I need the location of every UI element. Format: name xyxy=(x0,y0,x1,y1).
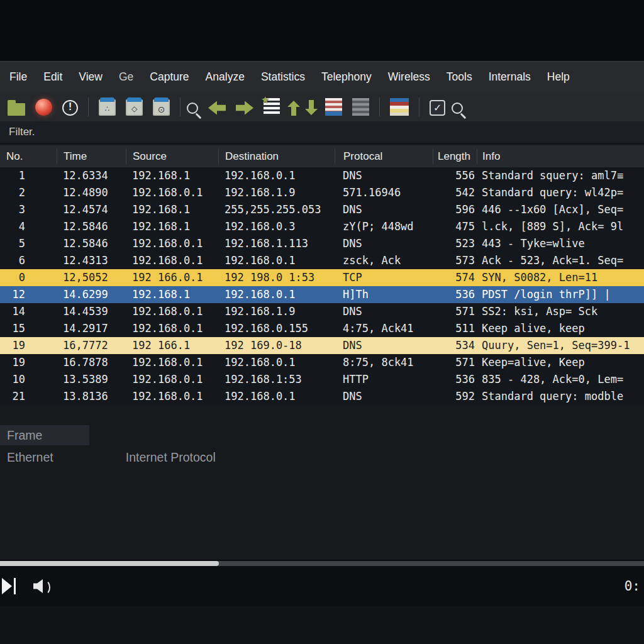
cell-length: 556 xyxy=(433,167,477,184)
table-row[interactable]: 5 12.5846 192.168.0.1 192.168.1.113 DNS … xyxy=(0,235,644,252)
cell-length: 511 xyxy=(433,320,477,337)
filter-input[interactable] xyxy=(35,121,644,143)
cell-no: 19 xyxy=(0,354,57,371)
cell-length: 534 xyxy=(433,337,477,354)
table-row[interactable]: 6 12.4313 192.168.0.1 192.168.0.1 zsck, … xyxy=(0,252,644,269)
column-header-no[interactable]: No. xyxy=(0,149,57,164)
find-icon[interactable] xyxy=(187,103,198,114)
interface-list-icon[interactable] xyxy=(99,99,116,116)
cell-destination: 192 198.0 1:53 xyxy=(218,269,335,286)
detail-item-ethernet[interactable]: Ethernet xyxy=(7,447,53,467)
cell-protocol: DNS xyxy=(335,303,433,320)
table-row[interactable]: 0 12,5052 192 166.0.1 192 198.0 1:53 TCP… xyxy=(0,269,644,286)
cell-length: 571 xyxy=(433,354,477,371)
down-arrow-icon[interactable] xyxy=(305,100,318,115)
back-arrow-icon[interactable] xyxy=(208,101,226,115)
menu-item-edit[interactable]: Edit xyxy=(35,62,70,92)
cell-no: 15 xyxy=(0,320,57,337)
zoom-icon[interactable] xyxy=(452,103,463,114)
column-header-destination[interactable]: Destination xyxy=(218,149,335,164)
screen: FileEditViewGeCaptureAnalyzeStatisticsTe… xyxy=(0,0,644,644)
cell-source: 192.168.1 xyxy=(126,167,218,184)
cell-info: SS2: ksi, Asp= Sck xyxy=(477,303,644,320)
cell-no: 3 xyxy=(0,201,57,218)
table-row[interactable]: 15 14.2917 192.168.0.1 192.168.0.155 4:7… xyxy=(0,320,644,337)
menu-item-statistics[interactable]: Statistics xyxy=(253,62,313,92)
menu-item-capture[interactable]: Capture xyxy=(142,62,197,92)
packet-details-pane: Frame Ethernet Internet Protocol xyxy=(0,425,644,467)
cell-time: 12,5052 xyxy=(57,269,126,286)
table-row[interactable]: 10 13.5389 192.168.0.1 192.168.1:53 HTTP… xyxy=(0,371,644,388)
cell-time: 13.5389 xyxy=(57,371,126,388)
filter-label: Filter. xyxy=(0,126,35,138)
volume-icon[interactable] xyxy=(33,578,48,594)
column-header-time[interactable]: Time xyxy=(57,149,126,164)
cell-source: 192.168.0.1 xyxy=(126,354,218,371)
menu-item-internals[interactable]: Internals xyxy=(480,62,539,92)
detail-item-internet-protocol[interactable]: Internet Protocol xyxy=(126,447,216,467)
menu-item-telephony[interactable]: Telephony xyxy=(313,62,380,92)
cell-info: l.ck, [889 S], Ack= 9l xyxy=(477,218,644,235)
toolbar-separator xyxy=(180,97,180,116)
play-next-icon[interactable] xyxy=(2,578,16,594)
cell-protocol: DNS xyxy=(335,235,433,252)
forward-arrow-icon[interactable] xyxy=(236,101,253,115)
checkbox-icon[interactable] xyxy=(430,100,445,116)
cell-time: 13.8136 xyxy=(57,388,126,405)
table-row[interactable]: 14 14.4539 192.168.0.1 192.168.1.9 DNS 5… xyxy=(0,303,644,320)
cell-length: 523 xyxy=(433,235,477,252)
menu-item-tools[interactable]: Tools xyxy=(438,62,480,92)
folder-open-icon[interactable] xyxy=(8,103,25,116)
cell-time: 12.5846 xyxy=(57,218,126,235)
cell-length: 536 xyxy=(433,371,477,388)
cell-source: 192.168.1 xyxy=(126,218,218,235)
cell-destination: 192.168.0.1 xyxy=(218,354,335,371)
interface-settings-icon[interactable] xyxy=(153,99,170,116)
record-icon[interactable] xyxy=(35,99,52,116)
detail-item-frame[interactable]: Frame xyxy=(0,425,89,445)
table-row[interactable]: 12 14.6299 192.168.1 192.168.0.1 H]Th 53… xyxy=(0,286,644,303)
cell-length: 596 xyxy=(433,201,477,218)
goto-packet-icon[interactable] xyxy=(264,98,280,116)
gray-list-icon[interactable] xyxy=(352,98,369,116)
column-header-length[interactable]: Length xyxy=(433,149,477,164)
column-header-info[interactable]: Info xyxy=(477,149,644,164)
cell-info: Standard squery: aml7≡ xyxy=(477,167,644,184)
interface-options-icon[interactable] xyxy=(126,99,143,116)
cell-no: 4 xyxy=(0,218,57,235)
cell-destination: 192.168.0.1 xyxy=(218,252,335,269)
cell-info: SYN, S0082, Len=11 xyxy=(477,269,644,286)
table-row[interactable]: 1 12.6334 192.168.1 192.168.0.1 DNS 556 … xyxy=(0,167,644,184)
cell-info: Keep alive, keep xyxy=(477,320,644,337)
table-row[interactable]: 21 13.8136 192.168.0.1 192.168.0.1 DNS 5… xyxy=(0,388,644,405)
coloring-rules-icon[interactable] xyxy=(390,98,409,116)
cell-time: 12.4313 xyxy=(57,252,126,269)
table-row[interactable]: 3 12.4574 192.168.1 255,255.255.053 DNS … xyxy=(0,201,644,218)
table-row[interactable]: 4 12.5846 192.168.1 192.168.0.3 zY(P; 44… xyxy=(0,218,644,235)
filter-bar: Filter. xyxy=(0,121,644,144)
menu-item-ge[interactable]: Ge xyxy=(111,62,142,92)
alert-circle-icon[interactable] xyxy=(62,100,78,116)
table-row[interactable]: 19 16.7878 192.168.0.1 192.168.0.1 8:75,… xyxy=(0,354,644,371)
cell-protocol: 571.16946 xyxy=(335,184,433,201)
cell-source: 192 166.1 xyxy=(126,337,218,354)
table-row[interactable]: 19 16,7772 192 166.1 192 169.0-18 DNS 53… xyxy=(0,337,644,354)
menu-item-analyze[interactable]: Analyze xyxy=(197,62,253,92)
toolbar-separator xyxy=(379,97,380,116)
column-header-source[interactable]: Source xyxy=(126,149,218,164)
up-arrow-icon[interactable] xyxy=(287,101,300,116)
menu-item-wireless[interactable]: Wireless xyxy=(380,62,438,92)
menu-item-help[interactable]: Help xyxy=(539,62,578,92)
colorize-list-icon[interactable] xyxy=(325,98,342,116)
toolbar-separator xyxy=(419,97,419,116)
table-row[interactable]: 2 12.4890 192.168.0.1 192.168.1.9 571.16… xyxy=(0,184,644,201)
menu-item-view[interactable]: View xyxy=(70,62,111,92)
cell-protocol: DNS xyxy=(335,167,433,184)
cell-destination: 192.168.0.1 xyxy=(218,167,335,184)
menu-item-file[interactable]: File xyxy=(1,62,35,92)
video-progress-bar[interactable] xyxy=(0,561,644,566)
cell-info: 446 --1x60 [Acx], Seq= xyxy=(477,201,644,218)
column-header-protocal[interactable]: Protocal xyxy=(335,149,433,164)
cell-destination: 192.168.1.9 xyxy=(218,184,335,201)
cell-info: Keep=alive, Keep xyxy=(477,354,644,371)
